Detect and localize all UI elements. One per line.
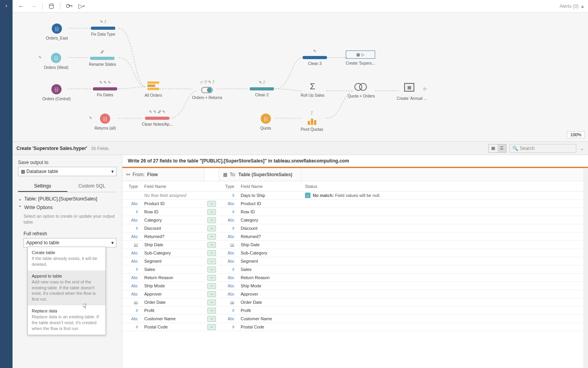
tab-custom-sql[interactable]: Custom SQL [67, 181, 117, 192]
option-create-table[interactable]: Create table If the table already exists… [28, 247, 105, 271]
map-arrow[interactable]: → [205, 200, 219, 208]
left-rail: › [0, 0, 13, 368]
node-returns-all[interactable]: ✎⌸ Returns (all) [94, 114, 116, 130]
to-field-row[interactable]: AbcProduct ID [219, 200, 301, 208]
to-field-row[interactable]: AbcApprover [219, 290, 301, 298]
to-field-row[interactable]: AbcReturn Reason [219, 274, 301, 282]
save-output-label: Save output to [18, 160, 116, 165]
node-clean2[interactable]: ✎ ⤴ Clean 2 [250, 80, 274, 97]
to-field-row[interactable]: #Profit [219, 307, 301, 315]
node-rollup[interactable]: Σ Roll Up Sales [301, 81, 325, 97]
to-field-row[interactable]: 🕮Order Date [219, 298, 301, 307]
run-button[interactable]: ▷▾ [76, 1, 87, 12]
map-arrow[interactable]: → [205, 265, 219, 274]
node-orders-west[interactable]: ✎⌸ Orders (West) [44, 53, 69, 70]
node-rename-states[interactable]: 🖇 Rename States [89, 50, 116, 67]
node-orders-returns[interactable]: ▱ ▽ ✎ ⤴ Orders + Returns [192, 80, 222, 100]
node-quota[interactable]: ⌸ Quota [260, 114, 271, 130]
tab-settings[interactable]: Settings [18, 181, 67, 192]
from-field-row[interactable]: #Profit [122, 307, 205, 315]
node-fix-data-type[interactable]: ✎ ⤴ Fix Data Type [91, 20, 115, 36]
node-quota-orders[interactable]: Quota + Orders [348, 83, 375, 98]
from-field-row[interactable]: AbcSegment [122, 257, 205, 265]
to-field-row[interactable]: AbcShip Mode [219, 282, 301, 290]
from-field-row[interactable]: #Postal Code [122, 323, 205, 331]
map-arrow[interactable]: → [205, 290, 219, 298]
status-row [301, 298, 583, 307]
chevron-down-icon: ▾ [111, 169, 114, 174]
data-connection-button[interactable] [46, 1, 57, 12]
zoom-level[interactable]: 100% [567, 131, 585, 138]
map-arrow[interactable]: → [205, 257, 219, 265]
map-arrow[interactable]: → [205, 315, 219, 323]
node-create-superstore[interactable]: ▦▷ Create 'Supers... [346, 51, 375, 65]
to-field-row[interactable]: #Sales [219, 265, 301, 274]
to-field-row[interactable]: 🕮Ship Date [219, 241, 301, 249]
node-pivot-quotas[interactable]: ⤴ Pivot Quotas [301, 111, 323, 132]
map-arrow[interactable] [205, 191, 219, 200]
from-field-row[interactable]: AbcCustomer Name [122, 315, 205, 323]
node-orders-east[interactable]: ⌸ Orders_East [46, 23, 68, 40]
from-field-row[interactable]: AbcShip Mode [122, 282, 205, 290]
map-arrow[interactable]: → [205, 282, 219, 290]
to-field-row[interactable]: AbcCustomer Name [219, 315, 301, 323]
expand-rail-button[interactable]: › [0, 0, 13, 11]
mapping-banner: Write 26 of 27 fields to the table "[PUB… [122, 155, 588, 168]
table-accordion[interactable]: ⌄Table: [PUBLIC].[SuperStoreSales] [18, 196, 116, 202]
from-field-row[interactable]: 🕮Order Date [122, 298, 205, 307]
option-replace-data[interactable]: Replace data Replace data in an existing… [28, 305, 105, 335]
write-option-dropdown[interactable]: Append to table▾ [24, 238, 116, 247]
forward-button[interactable]: → [28, 1, 39, 12]
save-output-dropdown[interactable]: ▦ Database table▾ [18, 167, 116, 176]
refresh-button[interactable]: ⟳▾ [64, 1, 74, 12]
vertical-scrollbar[interactable] [583, 168, 588, 368]
to-field-row[interactable]: #Days to Ship [219, 191, 301, 200]
to-field-row[interactable]: AbcSub-Category [219, 249, 301, 257]
node-create-annual[interactable]: ▦▷ Create 'Annual ... [397, 83, 427, 101]
from-field-row[interactable]: AbcApprover [122, 290, 205, 298]
write-options-accordion[interactable]: ⌃Write Options [18, 205, 116, 210]
from-field-row[interactable]: AbcProduct ID [122, 200, 205, 208]
field-mapping-area: Write 26 of 27 fields to the table "[PUB… [122, 155, 588, 368]
map-arrow[interactable]: → [205, 298, 219, 307]
to-field-row[interactable]: AbcReturned? [219, 233, 301, 241]
from-field-row[interactable]: 🕮Ship Date [122, 241, 205, 249]
node-clean3[interactable]: ✎ Clean 3 [303, 49, 327, 66]
map-arrow[interactable]: → [205, 323, 219, 331]
from-field-row[interactable]: AbcReturned? [122, 233, 205, 241]
map-arrow[interactable]: → [205, 307, 219, 315]
map-arrow[interactable]: → [205, 233, 219, 241]
from-field-row[interactable]: AbcReturn Reason [122, 274, 205, 282]
node-orders-central[interactable]: ⌸ Orders (Central) [42, 84, 71, 101]
from-field-row[interactable]: #Sales [122, 265, 205, 274]
node-all-orders[interactable]: All Orders [145, 81, 162, 97]
view-list-button[interactable]: ☰ [497, 144, 506, 152]
node-fix-dates[interactable]: ✎ ✎ ✎ Fix Dates [93, 80, 117, 97]
to-field-row[interactable]: AbcSegment [219, 257, 301, 265]
map-arrow[interactable]: → [205, 249, 219, 257]
from-field-row[interactable]: #Discount [122, 224, 205, 233]
table-icon: ▦ [223, 172, 227, 177]
to-field-row[interactable]: #Discount [219, 224, 301, 233]
status-row [301, 224, 583, 233]
map-arrow[interactable]: → [205, 241, 219, 249]
from-field-row[interactable]: AbcSub-Category [122, 249, 205, 257]
to-field-row[interactable]: #Row ID [219, 208, 301, 216]
to-field-row[interactable]: AbcCategory [219, 216, 301, 224]
from-field-row[interactable]: AbcCategory [122, 216, 205, 224]
alerts-indicator[interactable]: Alerts (0) ▲ [559, 4, 585, 9]
map-arrow[interactable]: → [205, 274, 219, 282]
map-arrow[interactable]: → [205, 224, 219, 233]
map-arrow[interactable]: → [205, 208, 219, 216]
view-grid-button[interactable]: ▦ [489, 144, 497, 152]
collapse-pane-button[interactable]: ⌄ [580, 146, 584, 151]
to-field-row[interactable]: #Postal Code [219, 323, 301, 331]
from-field-row[interactable]: #Row ID [122, 208, 205, 216]
from-field-row[interactable]: No flow field assigned [122, 191, 205, 200]
back-button[interactable]: ← [16, 1, 27, 12]
option-append-to-table[interactable]: Append to table Add new rows to the end … [28, 271, 105, 305]
search-input[interactable]: 🔍 Search [510, 144, 576, 153]
node-clean-notes[interactable]: ✎ ✎ 🖇 ✎ Clean Notes/Ap... [142, 110, 172, 126]
map-arrow[interactable]: → [205, 216, 219, 224]
flow-canvas[interactable]: ⌸ Orders_East ✎⌸ Orders (West) ⌸ Orders … [13, 13, 588, 142]
